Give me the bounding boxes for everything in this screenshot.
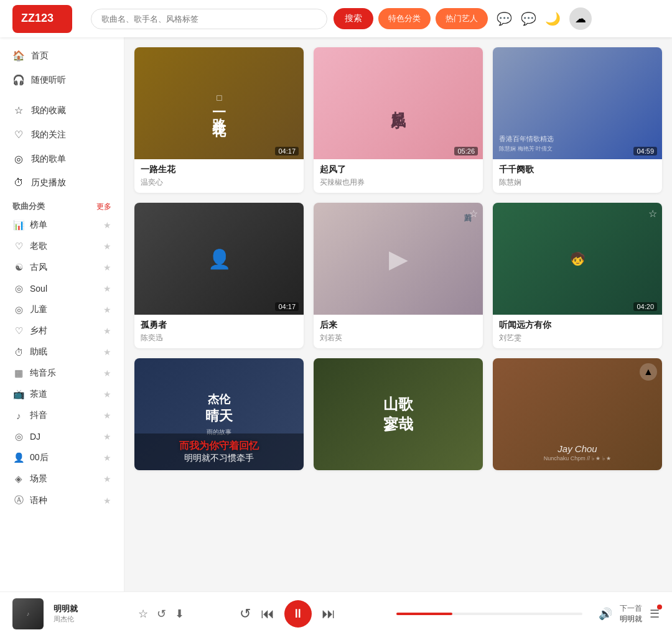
sidebar-item-sleep[interactable]: ⏱ 助眠 ★ [0, 341, 124, 363]
sidebar: 🏠 首页 🎧 随便听听 ☆ 我的收藏 ♡ 我的关注 ◎ 我的歌单 ⏱ 历史播放 … [0, 37, 124, 591]
song-artist-2: 买辣椒也用券 [320, 177, 477, 188]
sidebar-item-scene[interactable]: ◈ 场景 ★ [0, 468, 124, 489]
sidebar-item-playlist[interactable]: ◎ 我的歌单 [0, 147, 124, 171]
sidebar-item-gufeng[interactable]: ☯ 古风 ★ [0, 257, 124, 278]
music-card-1[interactable]: ◻ 一路生花 04:17 一路生花 温奕心 [134, 47, 304, 193]
sidebar-item-home[interactable]: 🏠 首页 [0, 44, 124, 68]
like-icon[interactable]: ☆ [138, 607, 148, 621]
category-chart-label: 榜单 [30, 220, 47, 231]
music-card-8[interactable]: 山歌 寥哉 山歌寥哉 [314, 358, 483, 470]
music-card-9[interactable]: Jay Chou Nunchaku Chpm // ♭ ★ ♭ ★ ▲ 明明就 [493, 358, 662, 470]
main-content: ◻ 一路生花 04:17 一路生花 温奕心 起风了 [124, 37, 672, 591]
refresh-icon[interactable]: ↺ [157, 607, 166, 621]
sidebar-item-instrumental[interactable]: ▦ 纯音乐 ★ [0, 363, 124, 384]
douyin-star-icon[interactable]: ★ [103, 410, 111, 420]
sidebar-item-children[interactable]: ◎ 儿童 ★ [0, 299, 124, 320]
sidebar-item-soul[interactable]: ◎ Soul ★ [0, 278, 124, 299]
00s-star-icon[interactable]: ★ [103, 453, 111, 463]
category-more[interactable]: 更多 [96, 202, 111, 212]
sidebar-item-00s[interactable]: 👤 00后 ★ [0, 447, 124, 468]
song-artist-6: 刘艺雯 [499, 333, 656, 343]
children-star-icon[interactable]: ★ [103, 305, 111, 315]
prev-button[interactable]: ⏮ [261, 606, 274, 622]
tea-icon: 📺 [12, 389, 25, 400]
duration-badge-3: 04:59 [633, 147, 657, 155]
sidebar-item-language[interactable]: Ⓐ 语种 ★ [0, 489, 124, 511]
player-info: 明明就 周杰伦 [54, 603, 128, 624]
music-card-4[interactable]: 👤 04:17 孤勇者 陈奕迅 [134, 203, 304, 348]
feature-category-button[interactable]: 特色分类 [378, 8, 431, 29]
loop-icon[interactable]: ↺ [240, 606, 251, 622]
playlist-badge[interactable]: ☰ [650, 607, 660, 621]
player-action-icons: ☆ ↺ ⬇ [138, 607, 184, 621]
soul-star-icon[interactable]: ★ [103, 284, 111, 294]
avatar[interactable]: ☁ [569, 7, 592, 30]
sidebar-item-country[interactable]: ♡ 乡村 ★ [0, 320, 124, 341]
music-card-3[interactable]: 香港百年情歌精选 陈慧娴 梅艳芳 叶倩文 04:59 千千阕歌 陈慧娴 [493, 47, 662, 193]
sidebar-item-dj[interactable]: ◎ DJ ★ [0, 426, 124, 447]
douyin-icon: ♪ [12, 410, 25, 421]
chart-star-icon[interactable]: ★ [103, 220, 111, 230]
sidebar-item-follow[interactable]: ♡ 我的关注 [0, 123, 124, 147]
music-card-7[interactable]: 杰伦 晴天 雨的故事 而我为你守着回忆 明明就不习惯牵手 晴天 周杰伦 [134, 358, 304, 470]
volume-icon[interactable]: 🔊 [599, 607, 612, 621]
next-song-title: 明明就 [620, 614, 642, 624]
search-button[interactable]: 搜索 [334, 8, 373, 29]
music-thumb-4: 👤 04:17 [134, 203, 304, 315]
message-icon[interactable]: 💬 [521, 11, 536, 26]
oldies-star-icon[interactable]: ★ [103, 241, 111, 251]
gufeng-star-icon[interactable]: ★ [103, 262, 111, 272]
next-label: 下一首 [620, 603, 642, 614]
language-star-icon[interactable]: ★ [103, 496, 111, 506]
music-thumb-2: 起风了 05:26 [314, 47, 483, 159]
music-thumb-1: ◻ 一路生花 04:17 [134, 47, 304, 159]
player-right-controls: 🔊 下一首 明明就 ☰ [599, 603, 660, 624]
music-card-2[interactable]: 起风了 05:26 起风了 买辣椒也用券 [314, 47, 483, 193]
scene-star-icon[interactable]: ★ [103, 474, 111, 484]
sleep-star-icon[interactable]: ★ [103, 347, 111, 357]
download-icon[interactable]: ⬇ [175, 607, 184, 621]
progress-bar[interactable] [396, 613, 582, 615]
country-star-icon[interactable]: ★ [103, 326, 111, 336]
scroll-up-btn[interactable]: ▲ [640, 363, 657, 381]
category-oldies-label: 老歌 [30, 241, 47, 252]
next-button[interactable]: ⏭ [322, 606, 335, 622]
music-thumb-5: ▶ 刘若英 ☆ [314, 203, 483, 315]
oldies-icon: ♡ [12, 241, 25, 252]
player-controls: ↺ ⏮ ⏸ ⏭ [194, 600, 380, 628]
music-card-5[interactable]: ▶ 刘若英 ☆ 后来 刘若英 [314, 203, 483, 348]
instrumental-star-icon[interactable]: ★ [103, 368, 111, 378]
play-pause-button[interactable]: ⏸ [284, 600, 312, 628]
star-icon-5[interactable]: ☆ [469, 208, 478, 220]
duration-badge-1: 04:17 [275, 147, 299, 155]
sidebar-item-history[interactable]: ⏱ 历史播放 [0, 171, 124, 195]
sidebar-item-collection[interactable]: ☆ 我的收藏 [0, 98, 124, 123]
sidebar-item-douyin[interactable]: ♪ 抖音 ★ [0, 405, 124, 426]
sidebar-item-tea[interactable]: 📺 茶道 ★ [0, 384, 124, 405]
sidebar-item-chart[interactable]: 📊 榜单 ★ [0, 215, 124, 236]
sidebar-item-random[interactable]: 🎧 随便听听 [0, 68, 124, 92]
wechat-icon[interactable]: 💬 [497, 11, 512, 26]
logo[interactable]: ZZ123 [12, 5, 72, 33]
song-artist-3: 陈慧娴 [499, 177, 656, 188]
hot-artist-button[interactable]: 热门艺人 [436, 8, 488, 29]
song-artist-4: 陈奕迅 [141, 333, 297, 343]
music-card-6[interactable]: 🧒 ☆ 04:20 听闻远方有你 刘艺雯 [493, 203, 662, 348]
sleep-icon: ⏱ [12, 347, 25, 358]
scene-icon: ◈ [12, 473, 25, 484]
song-title-6: 听闻远方有你 [499, 320, 656, 331]
header-buttons: 搜索 特色分类 热门艺人 [334, 8, 488, 29]
search-input[interactable] [91, 9, 327, 29]
music-thumb-3: 香港百年情歌精选 陈慧娴 梅艳芳 叶倩文 04:59 [493, 47, 662, 159]
star-icon-6[interactable]: ☆ [648, 208, 657, 220]
dj-star-icon[interactable]: ★ [103, 432, 111, 442]
sidebar-item-oldies[interactable]: ♡ 老歌 ★ [0, 236, 124, 257]
star-outline-icon: ☆ [12, 104, 25, 116]
sidebar-playlist-label: 我的歌单 [31, 154, 66, 165]
music-thumb-9: Jay Chou Nunchaku Chpm // ♭ ★ ♭ ★ ▲ [493, 358, 662, 470]
tea-star-icon[interactable]: ★ [103, 389, 111, 399]
header-icons: 💬 💬 🌙 ☁ [497, 7, 592, 30]
player-thumbnail: ♪ [12, 598, 44, 629]
play-pause-icon: ⏸ [292, 606, 304, 621]
dark-mode-icon[interactable]: 🌙 [545, 11, 561, 26]
